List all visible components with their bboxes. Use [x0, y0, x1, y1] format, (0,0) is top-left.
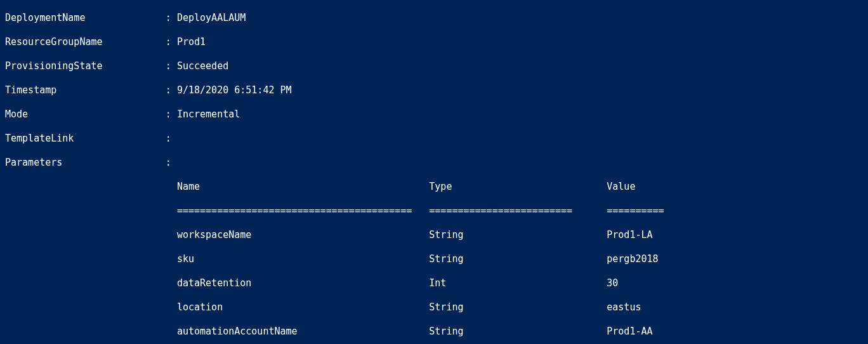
params-col-name: ========================================…: [177, 205, 412, 216]
params-col-value: 30: [607, 277, 618, 289]
params-col-pad: [572, 205, 607, 216]
params-col-value: eastus: [607, 301, 641, 313]
kv-row-templatelink: TemplateLink :: [5, 133, 863, 145]
params-indent: [5, 229, 177, 241]
param-row: location String eastus: [5, 301, 863, 314]
kv-value: Succeeded: [177, 60, 228, 72]
kv-value: DeployAALAUM: [177, 12, 246, 23]
kv-label: Timestamp: [5, 84, 56, 96]
params-col-pad: [251, 277, 429, 289]
param-row: sku String pergb2018: [5, 253, 863, 265]
params-col-pad: [464, 326, 607, 337]
kv-sep: :: [85, 12, 177, 23]
kv-sep: :: [103, 60, 177, 72]
kv-sep: :: [28, 109, 177, 120]
kv-sep: :: [62, 157, 177, 168]
params-col-value: Prod1-LA: [607, 229, 652, 241]
kv-label: Mode: [5, 109, 28, 120]
kv-sep: :: [103, 36, 177, 48]
params-col-name: workspaceName: [177, 229, 251, 241]
params-col-pad: [452, 181, 607, 192]
kv-label: ResourceGroupName: [5, 36, 103, 48]
kv-row-deploymentname: DeploymentName : DeployAALAUM: [5, 12, 863, 24]
params-indent: [5, 205, 177, 216]
params-col-value: Value: [607, 181, 635, 192]
params-col-pad: [298, 326, 430, 337]
params-col-value: ==========: [607, 205, 664, 216]
params-col-type: String: [429, 326, 463, 337]
kv-label: ProvisioningState: [5, 60, 103, 72]
params-col-name: dataRetention: [177, 277, 251, 289]
kv-row-provisioningstate: ProvisioningState : Succeeded: [5, 60, 863, 72]
params-col-name: sku: [177, 253, 194, 265]
params-indent: [5, 181, 177, 192]
kv-label: Parameters: [5, 157, 62, 168]
params-col-pad: [464, 229, 607, 241]
params-col-pad: [251, 229, 429, 241]
param-row: automationAccountName String Prod1-AA: [5, 326, 863, 338]
params-col-type: Type: [429, 181, 452, 192]
params-col-pad: [412, 205, 429, 216]
params-col-pad: [194, 253, 429, 265]
params-col-name: location: [177, 301, 223, 313]
params-col-type: String: [429, 253, 463, 265]
params-col-pad: [200, 181, 429, 192]
params-col-type: Int: [429, 277, 446, 289]
kv-label: TemplateLink: [5, 133, 74, 144]
params-col-type: =========================: [429, 205, 572, 216]
params-header-row: Name Type Value: [5, 181, 863, 193]
params-col-pad: [223, 301, 429, 313]
params-col-name: automationAccountName: [177, 326, 298, 337]
kv-value: 9/18/2020 6:51:42 PM: [177, 84, 292, 96]
params-col-pad: [463, 253, 607, 265]
params-indent: [5, 277, 177, 289]
params-col-name: Name: [177, 181, 200, 192]
params-indent: [5, 326, 177, 337]
param-row: dataRetention Int 30: [5, 277, 863, 289]
param-row: workspaceName String Prod1-LA: [5, 229, 863, 241]
kv-sep: :: [74, 133, 177, 144]
params-col-value: Prod1-AA: [607, 326, 652, 337]
kv-row-resourcegroupname: ResourceGroupName : Prod1: [5, 36, 863, 48]
kv-row-parameters: Parameters :: [5, 157, 863, 169]
params-indent: [5, 301, 177, 313]
params-col-pad: [463, 301, 607, 313]
kv-value: Incremental: [177, 109, 240, 120]
kv-row-mode: Mode : Incremental: [5, 109, 863, 121]
params-col-type: String: [429, 301, 463, 313]
kv-value: Prod1: [177, 36, 206, 48]
params-col-type: String: [429, 229, 463, 241]
params-indent: [5, 253, 177, 265]
powershell-output: DeploymentName : DeployAALAUM ResourceGr…: [0, 0, 868, 344]
kv-sep: :: [56, 84, 177, 96]
kv-row-timestamp: Timestamp : 9/18/2020 6:51:42 PM: [5, 84, 863, 96]
kv-label: DeploymentName: [5, 12, 85, 23]
params-col-value: pergb2018: [607, 253, 658, 265]
params-sep-row: ========================================…: [5, 205, 863, 217]
params-col-pad: [446, 277, 607, 289]
